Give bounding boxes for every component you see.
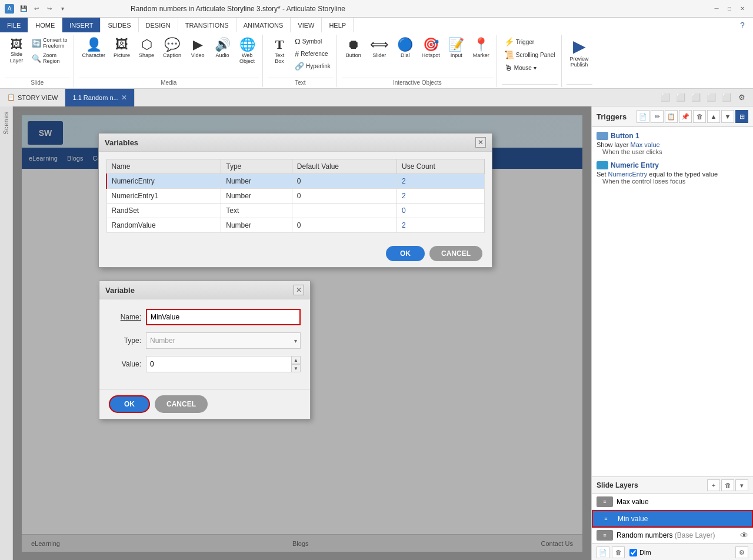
slide-layer-btn[interactable]: 🖼 SlideLayer [5,36,28,66]
num-up-arrow[interactable]: ▲ [291,356,301,364]
zoom-region-btn[interactable]: 🔍 ZoomRegion [29,51,70,65]
row3-usecount[interactable]: 0 [397,204,485,218]
layer-item-minvalue[interactable]: ≡ Min value [592,510,753,528]
value-input[interactable] [146,356,301,372]
reference-btn[interactable]: # Reference [292,48,333,59]
new-trigger-btn[interactable]: 📄 [637,110,649,123]
table-row[interactable]: NumericEntry Number 0 2 [106,174,485,189]
variables-ok-btn[interactable]: OK [386,246,425,261]
mouse-btn[interactable]: 🖱 Mouse ▾ [502,62,558,74]
tab-file[interactable]: FILE [0,18,28,32]
trigger-button1-label: Button 1 [611,132,639,140]
view-btn-3[interactable]: ⬜ [689,91,702,104]
scrolling-panel-btn[interactable]: 📜 Scrolling Panel [502,49,558,61]
layer-collapse-btn[interactable]: ▾ [735,479,748,491]
story-view-tab[interactable]: 📋 STORY VIEW [0,89,65,106]
symbol-btn[interactable]: Ω Symbol [292,36,333,47]
move-down-trigger-btn[interactable]: ▼ [721,110,734,123]
convert-freeform-btn[interactable]: 🔄 Convert toFreeform [29,36,70,50]
ribbon-help-icon[interactable]: ? [737,20,748,31]
slider-btn[interactable]: ⟺ Slider [366,36,392,61]
variable-inner-close-btn[interactable]: ✕ [294,285,304,295]
edit-trigger-btn[interactable]: ✏ [651,110,664,123]
delete-trigger-btn[interactable]: 🗑 [693,110,706,123]
variables-cancel-btn[interactable]: CANCEL [429,246,482,261]
row1-usecount[interactable]: 2 [397,174,485,189]
audio-btn[interactable]: 🔊 Audio [211,36,234,61]
trigger-item-button1: Button 1 Show layer Max value When the u… [597,132,748,155]
tab-design[interactable]: DESIGN [139,18,178,32]
save-btn[interactable]: 💾 [18,4,29,14]
view-btn-5[interactable]: ⬜ [720,91,733,104]
maximize-btn[interactable]: □ [724,4,735,14]
hotspot-btn[interactable]: 🎯 Hotspot [418,36,444,61]
view-btn-4[interactable]: ⬜ [705,91,718,104]
table-row[interactable]: NumericEntry1 Number 0 2 [106,189,485,204]
variable-inner-dialog-header[interactable]: Variable ✕ [99,281,310,299]
add-layer-btn[interactable]: + [707,479,720,491]
numeric-entry-link[interactable]: NumericEntry [608,171,648,178]
paste-trigger-btn[interactable]: 📌 [679,110,692,123]
dial-btn[interactable]: 🔵 Dial [394,36,417,61]
shape-btn[interactable]: ⬡ Shape [135,36,158,61]
close-btn[interactable]: ✕ [737,4,748,14]
tab-home[interactable]: HOME [28,18,62,32]
layer-del-btn[interactable]: 🗑 [612,546,625,558]
button-btn[interactable]: ⏺ Button [342,36,365,61]
layer-item-randomnumbers[interactable]: ≡ Random numbers (Base Layer) 👁 [592,528,753,544]
table-row[interactable]: RandSet Text 0 [106,204,485,218]
type-select[interactable]: Number Text True/False [146,332,301,349]
picture-btn[interactable]: 🖼 Picture [110,36,134,61]
undo-btn[interactable]: ↩ [31,4,42,14]
slide-tab-active[interactable]: 1.1 Random n... ✕ [65,89,134,106]
layer-settings-btn[interactable]: ⚙ [735,546,748,558]
variables-dialog-header[interactable]: Variables ✕ [99,134,492,152]
video-btn[interactable]: ▶ Video [186,36,209,61]
dim-checkbox[interactable] [629,549,637,556]
preview-publish-btn[interactable]: ▶ PreviewPublish [567,36,592,70]
copy-trigger-btn[interactable]: 📋 [665,110,678,123]
name-input[interactable] [146,309,301,325]
table-row[interactable]: RandomValue Number 0 2 [106,218,485,233]
max-value-link[interactable]: Max value [630,141,659,148]
minimize-btn[interactable]: ─ [711,4,722,14]
slide-layer-icon: 🖼 [11,38,22,50]
character-btn[interactable]: 👤 Character [79,36,109,61]
hyperlink-btn[interactable]: 🔗 Hyperlink [292,61,333,72]
variables-dialog-close-btn[interactable]: ✕ [475,137,486,148]
ribbon-content-area: 🖼 SlideLayer 🔄 Convert toFreeform 🔍 Zoom… [0,32,753,88]
variable-cancel-btn[interactable]: CANCEL [155,395,208,413]
layer-new-btn[interactable]: 📄 [597,546,609,558]
name-label: Name: [109,313,141,321]
slide-layers-panel: Slide Layers + 🗑 ▾ ≡ Max value [592,476,753,560]
delete-layer-btn[interactable]: 🗑 [721,479,734,491]
layer-item-maxvalue[interactable]: ≡ Max value [592,494,753,510]
web-object-btn[interactable]: 🌐 WebObject [235,36,259,66]
tab-transitions[interactable]: TRANSITIONS [178,18,236,32]
caption-btn[interactable]: 💬 Caption [159,36,185,61]
input-btn[interactable]: 📝 Input [445,36,468,61]
marker-btn[interactable]: 📍 Marker [469,36,493,61]
row4-usecount[interactable]: 2 [397,218,485,233]
text-box-btn[interactable]: T TextBox [268,36,291,66]
row4-name: RandomValue [106,218,221,233]
num-down-arrow[interactable]: ▼ [291,364,301,372]
view-settings-btn[interactable]: ⚙ [735,91,748,104]
view-btn-2[interactable]: ⬜ [674,91,687,104]
close-tab-icon[interactable]: ✕ [121,94,127,102]
redo-btn[interactable]: ↪ [44,4,55,14]
customize-btn[interactable]: ▾ [56,4,68,14]
visibility-icon[interactable]: 👁 [740,531,748,540]
tab-animations[interactable]: ANIMATIONS [236,18,291,32]
move-up-trigger-btn[interactable]: ▲ [707,110,720,123]
view-btn-1[interactable]: ⬜ [659,91,672,104]
trigger-btn[interactable]: ⚡ Trigger [502,36,558,48]
scenes-label: Scenes [3,111,9,134]
row2-usecount[interactable]: 2 [397,189,485,204]
tab-insert[interactable]: INSERT [62,18,101,32]
variable-ok-btn[interactable]: OK [109,395,150,413]
tab-view[interactable]: VIEW [291,18,322,32]
tab-slides[interactable]: SLIDES [101,18,138,32]
panel-view-btn[interactable]: ⊞ [735,110,748,123]
tab-help[interactable]: HELP [322,18,354,32]
